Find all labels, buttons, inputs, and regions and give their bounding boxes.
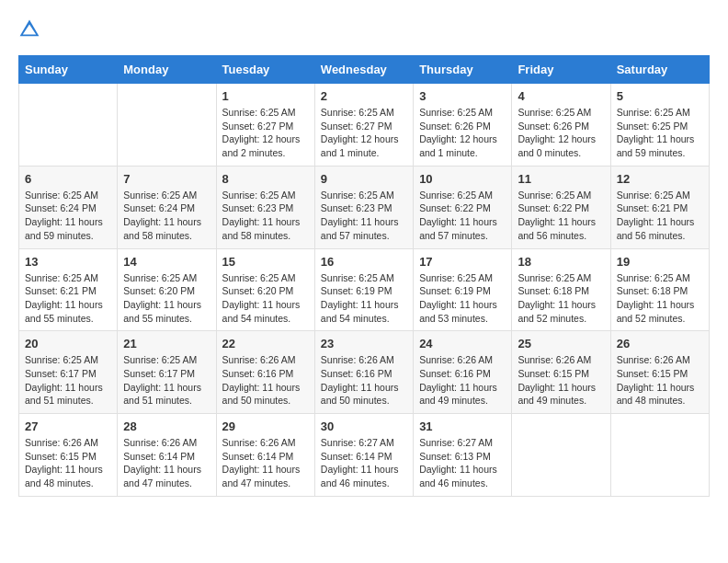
day-number: 18	[518, 255, 604, 269]
day-info: Sunrise: 6:25 AM Sunset: 6:20 PM Dayligh…	[222, 271, 309, 326]
day-info: Sunrise: 6:25 AM Sunset: 6:18 PM Dayligh…	[518, 271, 604, 326]
calendar-cell: 14Sunrise: 6:25 AM Sunset: 6:20 PM Dayli…	[118, 248, 216, 331]
day-number: 8	[222, 172, 309, 186]
calendar-cell: 7Sunrise: 6:25 AM Sunset: 6:24 PM Daylig…	[118, 166, 216, 248]
calendar-cell: 19Sunrise: 6:25 AM Sunset: 6:18 PM Dayli…	[610, 248, 709, 331]
day-number: 5	[617, 89, 703, 103]
day-number: 10	[419, 172, 506, 186]
day-number: 25	[518, 337, 604, 350]
calendar-cell: 23Sunrise: 6:26 AM Sunset: 6:16 PM Dayli…	[314, 331, 413, 414]
calendar-cell: 6Sunrise: 6:25 AM Sunset: 6:24 PM Daylig…	[19, 166, 118, 248]
calendar-cell	[610, 414, 709, 497]
day-number: 4	[518, 89, 604, 103]
day-info: Sunrise: 6:25 AM Sunset: 6:24 PM Dayligh…	[123, 189, 210, 243]
day-info: Sunrise: 6:25 AM Sunset: 6:25 PM Dayligh…	[617, 106, 703, 160]
calendar-cell: 11Sunrise: 6:25 AM Sunset: 6:22 PM Dayli…	[512, 166, 610, 248]
day-number: 26	[617, 337, 703, 350]
calendar-cell: 3Sunrise: 6:25 AM Sunset: 6:26 PM Daylig…	[414, 84, 512, 167]
day-info: Sunrise: 6:26 AM Sunset: 6:14 PM Dayligh…	[222, 436, 309, 490]
day-number: 6	[25, 172, 111, 186]
calendar-cell: 25Sunrise: 6:26 AM Sunset: 6:15 PM Dayli…	[512, 331, 610, 414]
day-info: Sunrise: 6:26 AM Sunset: 6:16 PM Dayligh…	[419, 353, 506, 408]
day-info: Sunrise: 6:25 AM Sunset: 6:18 PM Dayligh…	[617, 271, 703, 326]
day-info: Sunrise: 6:25 AM Sunset: 6:24 PM Dayligh…	[25, 189, 111, 243]
header-cell-tuesday: Tuesday	[216, 56, 314, 84]
calendar-cell	[118, 84, 216, 167]
calendar-cell: 26Sunrise: 6:26 AM Sunset: 6:15 PM Dayli…	[610, 331, 709, 414]
calendar-cell: 18Sunrise: 6:25 AM Sunset: 6:18 PM Dayli…	[512, 248, 610, 331]
calendar-cell: 4Sunrise: 6:25 AM Sunset: 6:26 PM Daylig…	[512, 84, 610, 167]
day-info: Sunrise: 6:26 AM Sunset: 6:14 PM Dayligh…	[123, 436, 210, 490]
day-info: Sunrise: 6:25 AM Sunset: 6:17 PM Dayligh…	[25, 353, 111, 408]
day-number: 15	[222, 255, 309, 269]
header-cell-sunday: Sunday	[19, 56, 118, 84]
day-info: Sunrise: 6:26 AM Sunset: 6:16 PM Dayligh…	[222, 353, 309, 408]
calendar-cell: 27Sunrise: 6:26 AM Sunset: 6:15 PM Dayli…	[19, 414, 118, 497]
day-number: 24	[419, 337, 506, 350]
week-row-4: 20Sunrise: 6:25 AM Sunset: 6:17 PM Dayli…	[19, 331, 710, 414]
day-info: Sunrise: 6:26 AM Sunset: 6:16 PM Dayligh…	[321, 353, 407, 408]
day-number: 27	[25, 419, 111, 433]
calendar-cell: 16Sunrise: 6:25 AM Sunset: 6:19 PM Dayli…	[314, 248, 413, 331]
header-cell-saturday: Saturday	[610, 56, 709, 84]
day-number: 14	[123, 255, 210, 269]
logo-icon	[18, 18, 40, 40]
day-info: Sunrise: 6:27 AM Sunset: 6:14 PM Dayligh…	[321, 436, 407, 490]
header-cell-thursday: Thursday	[414, 56, 512, 84]
calendar-cell: 9Sunrise: 6:25 AM Sunset: 6:23 PM Daylig…	[314, 166, 413, 248]
header-row: SundayMondayTuesdayWednesdayThursdayFrid…	[19, 56, 710, 84]
day-number: 17	[419, 255, 506, 269]
day-info: Sunrise: 6:25 AM Sunset: 6:22 PM Dayligh…	[419, 189, 506, 243]
day-number: 9	[321, 172, 407, 186]
calendar-cell: 15Sunrise: 6:25 AM Sunset: 6:20 PM Dayli…	[216, 248, 314, 331]
day-info: Sunrise: 6:25 AM Sunset: 6:27 PM Dayligh…	[321, 106, 407, 160]
calendar-cell: 13Sunrise: 6:25 AM Sunset: 6:21 PM Dayli…	[19, 248, 118, 331]
day-info: Sunrise: 6:25 AM Sunset: 6:21 PM Dayligh…	[617, 189, 703, 243]
calendar-cell: 22Sunrise: 6:26 AM Sunset: 6:16 PM Dayli…	[216, 331, 314, 414]
day-info: Sunrise: 6:25 AM Sunset: 6:23 PM Dayligh…	[321, 189, 407, 243]
header-cell-wednesday: Wednesday	[314, 56, 413, 84]
page-header	[18, 18, 710, 40]
day-info: Sunrise: 6:26 AM Sunset: 6:15 PM Dayligh…	[518, 353, 604, 408]
week-row-1: 1Sunrise: 6:25 AM Sunset: 6:27 PM Daylig…	[19, 84, 710, 167]
day-info: Sunrise: 6:26 AM Sunset: 6:15 PM Dayligh…	[25, 436, 111, 490]
day-info: Sunrise: 6:25 AM Sunset: 6:27 PM Dayligh…	[222, 106, 309, 160]
calendar-cell: 10Sunrise: 6:25 AM Sunset: 6:22 PM Dayli…	[414, 166, 512, 248]
day-number: 1	[222, 89, 309, 103]
calendar-cell: 28Sunrise: 6:26 AM Sunset: 6:14 PM Dayli…	[118, 414, 216, 497]
day-number: 19	[617, 255, 703, 269]
calendar-table: SundayMondayTuesdayWednesdayThursdayFrid…	[18, 55, 710, 497]
day-number: 22	[222, 337, 309, 350]
day-number: 11	[518, 172, 604, 186]
day-number: 23	[321, 337, 407, 350]
logo	[18, 18, 44, 40]
day-number: 2	[321, 89, 407, 103]
day-number: 29	[222, 419, 309, 433]
day-info: Sunrise: 6:25 AM Sunset: 6:17 PM Dayligh…	[123, 353, 210, 408]
day-info: Sunrise: 6:25 AM Sunset: 6:20 PM Dayligh…	[123, 271, 210, 326]
day-info: Sunrise: 6:25 AM Sunset: 6:26 PM Dayligh…	[518, 106, 604, 160]
calendar-cell: 20Sunrise: 6:25 AM Sunset: 6:17 PM Dayli…	[19, 331, 118, 414]
day-number: 20	[25, 337, 111, 350]
calendar-cell: 1Sunrise: 6:25 AM Sunset: 6:27 PM Daylig…	[216, 84, 314, 167]
calendar-cell: 30Sunrise: 6:27 AM Sunset: 6:14 PM Dayli…	[314, 414, 413, 497]
day-info: Sunrise: 6:25 AM Sunset: 6:19 PM Dayligh…	[321, 271, 407, 326]
day-number: 3	[419, 89, 506, 103]
calendar-cell: 24Sunrise: 6:26 AM Sunset: 6:16 PM Dayli…	[414, 331, 512, 414]
calendar-cell: 31Sunrise: 6:27 AM Sunset: 6:13 PM Dayli…	[414, 414, 512, 497]
day-number: 30	[321, 419, 407, 433]
day-number: 7	[123, 172, 210, 186]
calendar-cell: 5Sunrise: 6:25 AM Sunset: 6:25 PM Daylig…	[610, 84, 709, 167]
calendar-cell: 2Sunrise: 6:25 AM Sunset: 6:27 PM Daylig…	[314, 84, 413, 167]
week-row-5: 27Sunrise: 6:26 AM Sunset: 6:15 PM Dayli…	[19, 414, 710, 497]
calendar-cell: 8Sunrise: 6:25 AM Sunset: 6:23 PM Daylig…	[216, 166, 314, 248]
day-number: 21	[123, 337, 210, 350]
day-info: Sunrise: 6:25 AM Sunset: 6:23 PM Dayligh…	[222, 189, 309, 243]
calendar-cell	[512, 414, 610, 497]
day-info: Sunrise: 6:25 AM Sunset: 6:21 PM Dayligh…	[25, 271, 111, 326]
day-info: Sunrise: 6:25 AM Sunset: 6:22 PM Dayligh…	[518, 189, 604, 243]
calendar-cell: 17Sunrise: 6:25 AM Sunset: 6:19 PM Dayli…	[414, 248, 512, 331]
calendar-cell	[19, 84, 118, 167]
calendar-cell: 12Sunrise: 6:25 AM Sunset: 6:21 PM Dayli…	[610, 166, 709, 248]
day-number: 13	[25, 255, 111, 269]
